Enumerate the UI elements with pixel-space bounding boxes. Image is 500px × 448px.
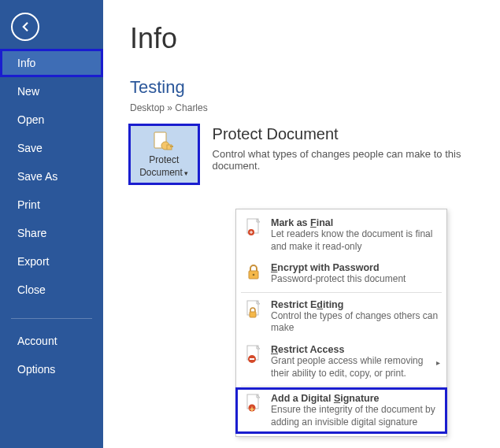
- nav-separator: [11, 318, 92, 319]
- encrypt-icon: [244, 262, 263, 280]
- menu-mark-as-final[interactable]: Mark as Final Let readers know the docum…: [236, 213, 446, 257]
- protect-heading: Protect Document: [213, 125, 500, 143]
- nav-close[interactable]: Close: [0, 276, 103, 304]
- page-title: Info: [130, 22, 500, 55]
- svg-rect-2: [170, 146, 173, 147]
- svg-rect-11: [250, 358, 254, 360]
- nav-info[interactable]: Info: [0, 49, 103, 77]
- nav-options[interactable]: Options: [0, 355, 103, 383]
- nav-share[interactable]: Share: [0, 219, 103, 247]
- mark-final-icon: [244, 217, 263, 237]
- nav-export[interactable]: Export: [0, 247, 103, 276]
- menu-separator: [241, 386, 442, 387]
- document-name: Testing: [130, 77, 500, 98]
- svg-point-6: [253, 274, 255, 276]
- protect-document-icon: [153, 131, 175, 153]
- menu-restrict-access[interactable]: Restrict Access Grant people access whil…: [236, 339, 446, 384]
- restrict-access-icon: [244, 344, 263, 364]
- menu-add-digital-signature[interactable]: Add a Digital Signature Ensure the integ…: [236, 388, 446, 433]
- protect-button-line2: Document ▾: [139, 167, 188, 178]
- protect-document-button[interactable]: Protect Document ▾: [130, 125, 198, 183]
- svg-rect-8: [250, 312, 256, 317]
- backstage-sidebar: Info New Open Save Save As Print Share E…: [0, 0, 103, 448]
- nav-save-as[interactable]: Save As: [0, 162, 103, 191]
- main-panel: Info Testing Desktop » Charles Protect D…: [103, 0, 500, 448]
- back-arrow-icon: [18, 20, 32, 34]
- submenu-arrow-icon: ▸: [436, 357, 440, 366]
- nav-save[interactable]: Save: [0, 134, 103, 162]
- protect-desc: Control what types of changes people can…: [213, 148, 500, 172]
- digital-signature-icon: [244, 393, 263, 413]
- menu-separator: [241, 292, 442, 293]
- nav-print[interactable]: Print: [0, 191, 103, 219]
- protect-document-menu: Mark as Final Let readers know the docum…: [235, 209, 447, 437]
- menu-restrict-editing[interactable]: Restrict Editing Control the types of ch…: [236, 294, 446, 339]
- nav-account[interactable]: Account: [0, 327, 103, 355]
- breadcrumb: Desktop » Charles: [130, 102, 500, 113]
- menu-encrypt-with-password[interactable]: Encrypt with Password Password-protect t…: [236, 257, 446, 291]
- nav-open[interactable]: Open: [0, 106, 103, 134]
- nav-new[interactable]: New: [0, 77, 103, 106]
- protect-button-line1: Protect: [149, 154, 179, 165]
- back-button[interactable]: [11, 13, 39, 41]
- restrict-editing-icon: [244, 299, 263, 319]
